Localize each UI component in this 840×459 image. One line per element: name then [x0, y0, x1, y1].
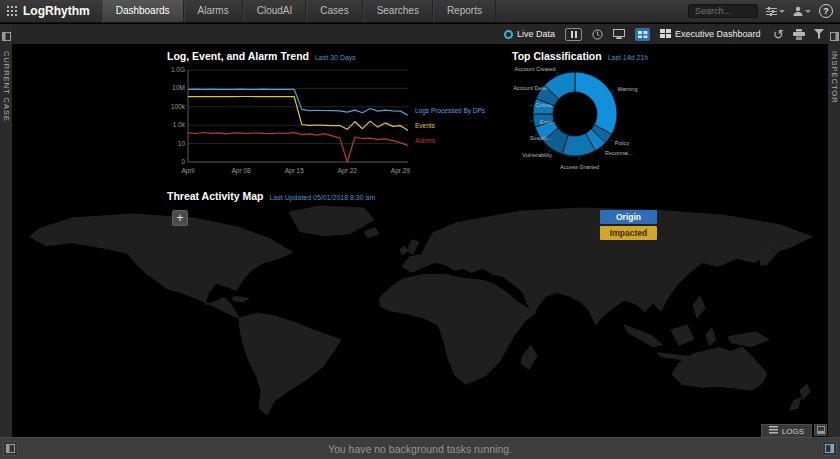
settings-sliders-icon[interactable] — [766, 7, 785, 16]
tab-dashboards[interactable]: Dashboards — [102, 0, 184, 22]
svg-text:Error: Error — [540, 119, 552, 125]
logs-tab[interactable]: LOGS — [761, 424, 812, 437]
svg-text:Alarms: Alarms — [415, 137, 436, 144]
live-data-label: Live Data — [517, 29, 555, 39]
map-legend: Origin Impacted — [600, 210, 657, 240]
logs-icon — [769, 426, 778, 436]
classification-panel: Top Classification Last 14d 21h WarningP… — [508, 50, 676, 178]
svg-text:Policy: Policy — [615, 140, 630, 146]
svg-text:Access Granted: Access Granted — [560, 164, 599, 170]
svg-text:April: April — [181, 167, 195, 175]
status-bar: You have no background tasks running. — [0, 437, 840, 459]
clock-icon[interactable] — [592, 29, 603, 40]
inspector-label[interactable]: INSPECTOR — [830, 51, 839, 104]
live-data-toggle[interactable]: Live Data — [504, 29, 555, 39]
svg-text:Apr 08: Apr 08 — [232, 167, 252, 175]
legend-origin-button[interactable]: Origin — [600, 210, 657, 224]
dashboard-content: Log, Event, and Alarm Trend Last 30 Days… — [12, 44, 828, 437]
status-message: You have no background tasks running. — [328, 443, 512, 455]
svg-text:Warning: Warning — [617, 86, 637, 92]
classification-title: Top Classification — [512, 50, 602, 62]
filter-icon[interactable] — [814, 29, 824, 39]
toolbar-center: Live Data Executive Dashboard — [504, 24, 761, 44]
svg-text:Logs Processed By DPs: Logs Processed By DPs — [415, 107, 486, 115]
current-case-label[interactable]: CURRENT CASE — [2, 51, 11, 122]
trend-chart-subtitle: Last 30 Days — [315, 54, 356, 61]
chevron-down-icon — [805, 10, 811, 13]
trend-chart-panel: Log, Event, and Alarm Trend Last 30 Days… — [155, 50, 507, 182]
presentation-icon[interactable] — [613, 29, 625, 39]
dashboard-selector[interactable]: Executive Dashboard — [660, 29, 761, 39]
tab-searches[interactable]: Searches — [363, 0, 433, 22]
logrhythm-logo-icon — [7, 6, 19, 17]
live-data-icon — [504, 30, 513, 39]
legend-impacted-button[interactable]: Impacted — [600, 226, 657, 240]
tab-cases[interactable]: Cases — [306, 0, 362, 22]
svg-text:Account Created: Account Created — [515, 66, 556, 72]
world-map-svg — [12, 205, 828, 425]
threat-map-subtitle: Last Updated 05/01/2018 8:30 am — [269, 194, 375, 201]
threat-map-panel: Threat Activity Map Last Updated 05/01/2… — [12, 190, 828, 425]
dashboard-selector-label: Executive Dashboard — [675, 29, 761, 39]
svg-text:0: 0 — [181, 158, 185, 165]
classification-subtitle: Last 14d 21h — [608, 54, 648, 61]
grid-icon — [660, 29, 671, 39]
svg-text:Vulnerability: Vulnerability — [522, 152, 552, 158]
search-input[interactable] — [688, 4, 758, 18]
svg-text:Suspici...: Suspici... — [530, 135, 553, 141]
undo-icon[interactable]: ↺ — [773, 28, 784, 41]
dashboard-toolbar: Live Data Executive Dashboard ↺ — [12, 24, 828, 44]
svg-text:1.0G: 1.0G — [171, 66, 185, 73]
pause-button[interactable] — [565, 28, 582, 41]
toolbar-right: ↺ — [773, 24, 824, 44]
chevron-down-icon — [779, 10, 785, 13]
tab-reports[interactable]: Reports — [433, 0, 496, 22]
user-icon[interactable] — [793, 6, 811, 16]
classification-donut-chart[interactable]: WarningPolicyReconnai...Access GrantedVu… — [508, 62, 676, 178]
svg-text:Apr 15: Apr 15 — [285, 167, 305, 175]
inspector-strip: INSPECTOR — [828, 24, 840, 437]
current-case-expand-icon[interactable] — [2, 27, 11, 45]
svg-text:Events: Events — [415, 122, 436, 129]
svg-text:10M: 10M — [172, 84, 185, 91]
layout-view-icon[interactable] — [635, 28, 650, 41]
svg-text:1.0k: 1.0k — [173, 121, 186, 128]
zoom-in-button[interactable]: + — [172, 210, 188, 226]
logs-panel-expand-icon[interactable] — [814, 424, 827, 436]
threat-map-title: Threat Activity Map — [167, 190, 263, 202]
trend-chart[interactable]: 1.0G10M100k1.0k100AprilApr 08Apr 15Apr 2… — [155, 62, 507, 182]
logrhythm-logo-text: LogRhythm — [23, 4, 90, 18]
svg-text:Apr 29: Apr 29 — [391, 167, 411, 175]
inspector-expand-icon[interactable] — [830, 27, 839, 45]
top-nav-bar: LogRhythm Dashboards Alarms CloudAI Case… — [0, 0, 840, 23]
topbar-right-cluster: ? — [688, 0, 840, 22]
logrhythm-logo: LogRhythm — [0, 0, 102, 22]
print-icon[interactable] — [793, 29, 805, 40]
bottom-right-panel-icon[interactable] — [822, 441, 837, 456]
logs-tab-label: LOGS — [782, 427, 804, 436]
svg-text:Apr 22: Apr 22 — [338, 167, 358, 175]
tab-cloudai[interactable]: CloudAI — [243, 0, 307, 22]
world-map[interactable]: + Origin Impacted — [12, 205, 828, 425]
svg-text:10: 10 — [178, 140, 186, 147]
current-case-strip: CURRENT CASE — [0, 24, 12, 437]
bottom-left-panel-icon[interactable] — [3, 441, 18, 456]
svg-text:100k: 100k — [171, 103, 186, 110]
help-icon[interactable]: ? — [819, 4, 833, 18]
trend-chart-title: Log, Event, and Alarm Trend — [167, 50, 309, 62]
app-root: LogRhythm Dashboards Alarms CloudAI Case… — [0, 0, 840, 459]
main-tabs: Dashboards Alarms CloudAI Cases Searches… — [102, 0, 496, 22]
tab-alarms[interactable]: Alarms — [184, 0, 243, 22]
svg-text:Reconnai...: Reconnai... — [605, 150, 633, 156]
